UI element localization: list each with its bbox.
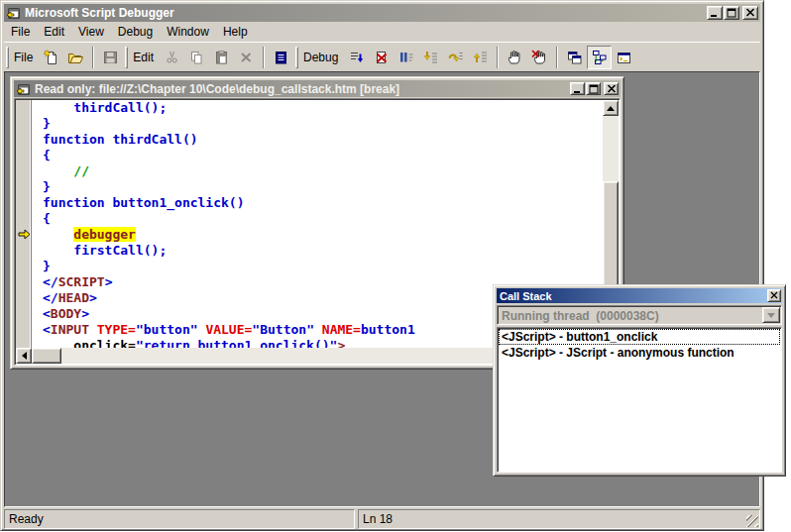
save-button[interactable] — [98, 46, 123, 69]
step-over-button[interactable] — [443, 46, 468, 69]
call-stack-close-button[interactable] — [767, 289, 781, 302]
debug-toolbar-label: Debug — [301, 51, 344, 64]
delete-button[interactable] — [234, 46, 259, 69]
cut-button[interactable] — [160, 46, 184, 69]
new-file-button[interactable] — [39, 46, 63, 69]
margin-cell — [16, 100, 34, 116]
call-stack-item[interactable]: <JScript> - button1_onclick — [499, 329, 780, 345]
margin-cell — [16, 338, 34, 348]
menu-bar: FileEditViewDebugWindowHelp — [4, 23, 760, 41]
script-outline-icon — [273, 50, 289, 65]
code-line: } — [16, 116, 603, 132]
menu-file[interactable]: File — [4, 24, 37, 40]
copy-button[interactable] — [184, 46, 209, 69]
doc-minimize-button[interactable] — [570, 82, 585, 95]
document-titlebar[interactable]: Read only: file://Z:\Chapter 10\Code\deb… — [14, 80, 621, 97]
status-bar: Ready Ln 18 — [4, 509, 760, 529]
toggle-breakpoint-icon — [507, 50, 523, 65]
run-button[interactable] — [344, 46, 369, 69]
new-file-icon — [43, 50, 59, 65]
menu-edit[interactable]: Edit — [37, 24, 71, 40]
call-stack-button[interactable] — [587, 46, 612, 69]
paste-icon — [213, 50, 230, 65]
code-line: { — [16, 148, 603, 163]
script-outline-button[interactable] — [269, 46, 293, 69]
toolbar-grip[interactable] — [125, 47, 128, 68]
margin-cell — [16, 116, 34, 132]
doc-maximize-button[interactable] — [586, 82, 601, 95]
margin-cell — [16, 243, 34, 259]
code-text: onclick="return button1_onclick()"> — [34, 338, 345, 348]
clear-breakpoints-icon — [531, 50, 548, 65]
code-text: function thirdCall() — [34, 132, 198, 148]
document-title: Read only: file://Z:\Chapter 10\Code\deb… — [35, 82, 399, 96]
code-text: debugger — [34, 227, 136, 243]
clear-breakpoints-button[interactable] — [527, 46, 552, 69]
save-icon — [102, 50, 119, 65]
code-text: thirdCall(); — [34, 100, 167, 116]
stop-debugging-button[interactable] — [369, 46, 394, 69]
chevron-down-icon — [767, 313, 775, 318]
step-out-button[interactable] — [468, 46, 493, 69]
main-titlebar[interactable]: Microsoft Script Debugger — [4, 4, 760, 22]
maximize-button[interactable] — [724, 6, 739, 20]
code-text: <INPUT TYPE="button" VALUE="Button" NAME… — [34, 322, 415, 338]
thread-dropdown[interactable]: Running thread (0000038C) — [497, 305, 782, 325]
menu-debug[interactable]: Debug — [111, 24, 160, 40]
break-icon — [397, 50, 414, 65]
break-button[interactable] — [394, 46, 418, 69]
code-line: function thirdCall() — [16, 132, 603, 148]
horizontal-scroll-thumb[interactable] — [32, 348, 61, 364]
code-text: { — [34, 211, 51, 227]
menu-help[interactable]: Help — [216, 24, 255, 40]
open-file-icon — [67, 50, 84, 65]
code-line: // — [16, 163, 603, 179]
toolbar-separator — [92, 47, 94, 68]
command-window-button[interactable] — [612, 46, 636, 69]
toolbar-separator — [263, 47, 265, 68]
toolbar-grip[interactable] — [6, 47, 9, 68]
call-stack-icon — [591, 50, 608, 65]
running-documents-button[interactable] — [562, 46, 587, 69]
close-button[interactable] — [742, 6, 758, 20]
scroll-left-button[interactable] — [16, 348, 32, 364]
code-text: { — [34, 148, 51, 163]
margin-cell — [16, 211, 34, 227]
call-stack-item[interactable]: <JScript> - JScript - anonymous function — [499, 345, 780, 361]
doc-close-button[interactable] — [604, 82, 619, 95]
resize-grip[interactable] — [746, 515, 758, 527]
code-text: <BODY> — [34, 306, 89, 322]
current-statement-arrow — [16, 227, 34, 243]
step-into-button[interactable] — [418, 46, 443, 69]
thread-dropdown-arrow[interactable] — [762, 307, 780, 323]
window-title: Microsoft Script Debugger — [25, 6, 174, 20]
minimize-button[interactable] — [707, 6, 723, 20]
toggle-breakpoint-button[interactable] — [503, 46, 527, 69]
vertical-scroll-thumb[interactable] — [603, 181, 619, 286]
margin-cell — [16, 274, 34, 290]
call-stack-list: <JScript> - button1_onclick<JScript> - J… — [497, 327, 782, 473]
toolbar-grip[interactable] — [295, 47, 298, 68]
paste-button[interactable] — [209, 46, 234, 69]
cut-icon — [164, 50, 180, 65]
code-text: } — [34, 179, 51, 195]
margin-cell — [16, 163, 34, 179]
status-message: Ready — [4, 509, 355, 529]
step-over-icon — [447, 50, 464, 65]
margin-cell — [16, 132, 34, 148]
code-line: debugger — [16, 227, 603, 243]
call-stack-window: Call Stack Running thread (0000038C) <JS… — [493, 284, 786, 477]
copy-icon — [188, 50, 205, 65]
status-line-indicator: Ln 18 — [358, 509, 760, 529]
menu-view[interactable]: View — [71, 24, 111, 40]
document-icon — [16, 82, 31, 96]
open-file-button[interactable] — [63, 46, 88, 69]
menu-window[interactable]: Window — [160, 24, 216, 40]
scroll-up-button[interactable] — [603, 100, 619, 116]
code-line: firstCall(); — [16, 243, 603, 259]
margin-cell — [16, 195, 34, 211]
margin-cell — [16, 259, 34, 274]
code-line: } — [16, 259, 603, 274]
file-toolbar-label: File — [12, 51, 39, 64]
call-stack-titlebar[interactable]: Call Stack — [497, 288, 782, 303]
